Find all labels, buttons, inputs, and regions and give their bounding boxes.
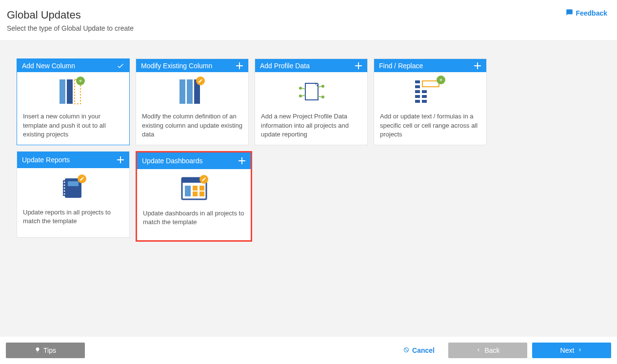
svg-line-14 [318,96,321,97]
card-body: Modify the column definition of an exist… [136,72,248,145]
next-button[interactable]: Next [532,343,611,358]
card-title: Add Profile Data [260,62,310,70]
main-area: Add New Column Insert a new column in yo… [0,40,617,338]
svg-rect-22 [422,100,427,103]
svg-line-13 [318,86,321,87]
columns-add-icon [59,77,88,108]
plus-icon [236,62,243,70]
svg-rect-21 [422,95,427,98]
card-update-reports[interactable]: Update Reports Update reports in all pro… [17,151,130,238]
svg-point-8 [299,95,302,97]
card-description: Add a new Project Profile Data informati… [261,112,361,139]
profile-data-icon [296,77,327,108]
back-button[interactable]: Back [448,343,527,358]
check-icon [117,62,124,70]
card-update-dashboards[interactable]: Update Dashboards Update dashboards in a… [136,151,252,242]
card-modify-existing-column[interactable]: Modify Existing Column Modify the column… [136,58,249,145]
card-header: Find / Replace [374,59,486,72]
columns-edit-icon [179,77,206,108]
svg-rect-32 [68,181,79,186]
svg-rect-24 [423,81,438,86]
card-body: Add or update text / formulas in a speci… [374,72,486,145]
page-title: Global Updates [7,9,610,21]
svg-rect-37 [199,186,204,191]
svg-point-27 [64,182,65,183]
svg-rect-16 [415,85,420,88]
svg-rect-18 [415,95,420,98]
svg-rect-0 [60,79,65,104]
svg-point-10 [321,96,324,98]
update-reports-icon [61,173,85,204]
footer-bar: Tips Cancel Back Next [0,337,617,364]
card-title: Add New Column [22,62,75,70]
card-title: Update Reports [22,156,70,164]
svg-rect-3 [179,79,185,104]
svg-rect-39 [199,192,204,196]
card-title: Find / Replace [379,62,423,70]
tips-button[interactable]: Tips [6,343,85,358]
svg-rect-15 [415,80,420,83]
feedback-label: Feedback [576,9,607,17]
card-title: Update Dashboards [142,157,203,165]
svg-line-11 [302,88,305,89]
cancel-label: Cancel [412,346,435,354]
svg-point-29 [64,188,65,189]
card-header: Update Reports [17,152,129,168]
card-body: Add a new Project Profile Data informati… [255,72,367,145]
svg-rect-36 [193,186,198,191]
svg-rect-20 [422,90,427,93]
svg-point-7 [299,87,302,90]
cancel-icon [403,346,409,354]
card-description: Modify the column definition of an exist… [142,112,242,139]
svg-rect-38 [193,192,198,196]
card-header: Add Profile Data [255,59,367,72]
chevron-left-icon [476,346,481,354]
svg-rect-17 [415,90,420,93]
find-replace-icon [414,77,446,108]
plus-icon [117,156,124,164]
page-subtitle: Select the type of Global Update to crea… [7,24,610,32]
next-label: Next [560,346,575,354]
card-header: Modify Existing Column [136,59,248,72]
card-description: Update reports in all projects to match … [23,208,123,226]
card-header: Update Dashboards [137,153,251,169]
card-description: Insert a new column in your template and… [23,112,123,139]
card-title: Modify Existing Column [141,62,212,70]
svg-point-30 [64,191,65,192]
chat-icon [566,9,573,18]
card-add-profile-data[interactable]: Add Profile Data Add a new Project Profi… [255,58,368,145]
feedback-link[interactable]: Feedback [566,9,607,18]
chevron-right-icon [577,346,583,354]
cancel-button[interactable]: Cancel [395,343,443,358]
lightbulb-icon [35,346,40,354]
svg-line-12 [302,95,305,96]
svg-point-9 [321,85,324,88]
card-description: Update dashboards in all projects to mat… [143,209,245,227]
plus-icon [238,157,246,165]
plus-icon [355,62,362,70]
svg-rect-1 [67,79,73,104]
svg-point-31 [64,193,65,195]
card-body: Update reports in all projects to match … [17,168,129,237]
svg-rect-6 [305,83,318,100]
card-body: Insert a new column in your template and… [17,72,129,145]
back-label: Back [484,346,499,354]
svg-rect-4 [187,79,193,104]
plus-icon [474,62,481,70]
tips-label: Tips [43,346,56,354]
update-dashboards-icon [181,174,207,205]
card-find-replace[interactable]: Find / Replace Add or update text / form… [374,58,487,145]
card-add-new-column[interactable]: Add New Column Insert a new column in yo… [17,58,130,145]
card-body: Update dashboards in all projects to mat… [137,169,251,240]
svg-rect-35 [185,186,191,196]
svg-point-28 [64,185,65,186]
card-header: Add New Column [17,59,129,72]
card-description: Add or update text / formulas in a speci… [380,112,480,139]
svg-rect-19 [415,100,420,103]
